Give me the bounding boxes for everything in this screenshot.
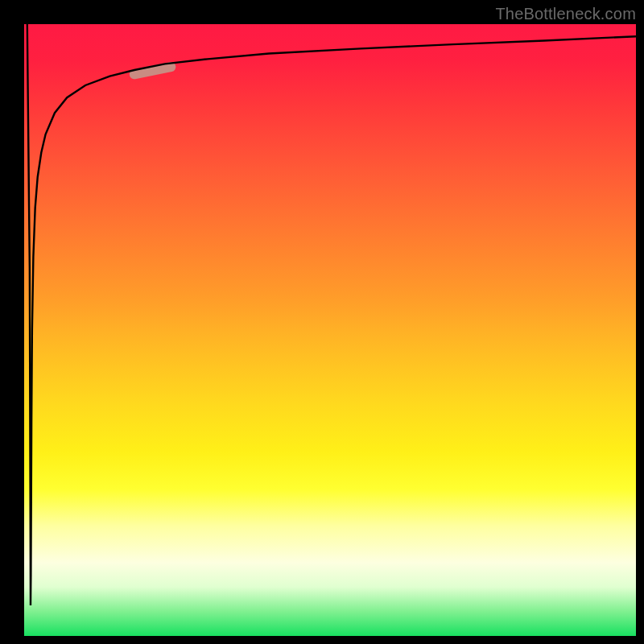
- plot-background-gradient: [24, 24, 636, 636]
- watermark-text: TheBottleneck.com: [495, 5, 636, 23]
- chart-frame: TheBottleneck.com: [0, 0, 644, 644]
